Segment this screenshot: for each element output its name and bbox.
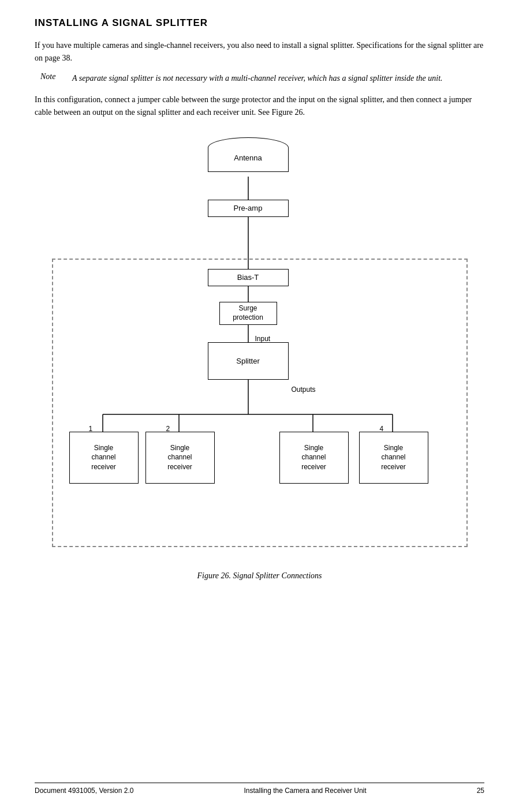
page-footer: Document 4931005, Version 2.0 Installing…: [35, 783, 484, 795]
receiver-box-2: Single channel receiver: [145, 432, 215, 484]
receiver-label-4: Single channel receiver: [381, 443, 406, 472]
receiver-label-3: Single channel receiver: [301, 443, 326, 472]
biastee-box: Bias-T: [208, 269, 289, 286]
receiver-box-3: Single channel receiver: [279, 432, 349, 484]
paragraph-1: If you have multiple cameras and single-…: [35, 39, 484, 64]
receiver-box-1: Single channel receiver: [69, 432, 139, 484]
antenna-shape: Antenna: [208, 137, 289, 178]
outputs-label: Outputs: [292, 386, 316, 394]
preamp-box: Pre-amp: [208, 200, 289, 217]
diagram-area: Antenna Pre-amp Bias-T Surge protection …: [35, 137, 484, 559]
receiver-box-4: Single channel receiver: [359, 432, 428, 484]
diagram-inner: Antenna Pre-amp Bias-T Surge protection …: [52, 137, 468, 559]
paragraph-2: In this configuration, connect a jumper …: [35, 93, 484, 118]
figure-caption: Figure 26. Signal Splitter Connections: [35, 571, 484, 581]
footer-title: Installing the Camera and Receiver Unit: [133, 787, 476, 795]
page: Installing a Signal Splitter If you have…: [0, 0, 519, 812]
note-block: Note A separate signal splitter is not n…: [40, 72, 484, 84]
antenna-label: Antenna: [208, 154, 289, 162]
surge-box: Surge protection: [219, 302, 277, 325]
note-text: A separate signal splitter is not necess…: [72, 72, 443, 84]
input-label: Input: [255, 335, 271, 343]
splitter-box: Splitter: [208, 342, 289, 380]
splitter-label: Splitter: [236, 357, 259, 365]
receiver-label-2: Single channel receiver: [167, 443, 192, 472]
receiver-label-1: Single channel receiver: [91, 443, 116, 472]
footer-page: 25: [477, 787, 484, 795]
surge-label: Surge protection: [233, 304, 263, 322]
footer-doc: Document 4931005, Version 2.0: [35, 787, 133, 795]
page-title: Installing a Signal Splitter: [35, 17, 484, 29]
biastee-label: Bias-T: [237, 273, 259, 282]
note-label: Note: [40, 72, 72, 84]
preamp-label: Pre-amp: [234, 204, 263, 212]
